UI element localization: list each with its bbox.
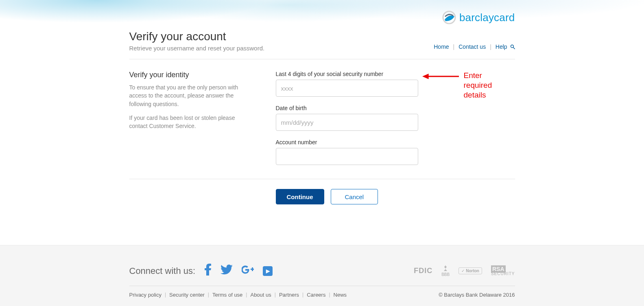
brand-name: barclaycard: [459, 11, 515, 24]
facebook-icon[interactable]: [204, 263, 212, 278]
verify-help-1: To ensure that you are the only person w…: [129, 83, 251, 108]
bbb-badge: BBB: [441, 265, 450, 277]
continue-button[interactable]: Continue: [276, 189, 324, 204]
ssn-label: Last 4 digits of your social security nu…: [276, 71, 418, 77]
dob-input[interactable]: [276, 114, 418, 131]
cancel-button[interactable]: Cancel: [331, 189, 378, 204]
footer-link-partners[interactable]: Partners: [279, 292, 299, 298]
page-subtitle: Retrieve your username and reset your pa…: [129, 45, 265, 52]
trust-badges: FDIC BBB ✓ Norton RSA SECURITY: [414, 265, 515, 277]
nav-help-label: Help: [496, 43, 507, 50]
svg-marker-4: [422, 74, 429, 79]
search-icon: [510, 44, 515, 50]
verify-title: Verify your identity: [129, 71, 251, 79]
nav-contact-link[interactable]: Contact us: [458, 43, 486, 50]
nav-home-link[interactable]: Home: [434, 43, 449, 50]
verify-help-2: If your card has been lost or stolen ple…: [129, 114, 251, 130]
rsa-badge: RSA SECURITY: [491, 266, 515, 276]
ssn-input[interactable]: [276, 80, 418, 97]
page-title: Verify your account: [129, 30, 265, 43]
nav-help-link[interactable]: Help: [496, 43, 515, 50]
brand-logo: barclaycard: [442, 11, 515, 24]
arrow-left-icon: [422, 72, 459, 81]
page-footer: Connect with us: ▶ FDIC BBB: [0, 245, 644, 306]
copyright-text: © Barclays Bank Delaware 2016: [439, 292, 515, 298]
footer-link-terms[interactable]: Terms of use: [212, 292, 242, 298]
fdic-badge: FDIC: [414, 267, 432, 275]
twitter-icon[interactable]: [220, 264, 233, 278]
nav-separator: |: [453, 43, 455, 50]
norton-badge: ✓ Norton: [458, 267, 482, 274]
svg-line-2: [513, 48, 515, 49]
footer-link-about[interactable]: About us: [250, 292, 271, 298]
footer-link-security[interactable]: Security center: [169, 292, 205, 298]
youtube-icon[interactable]: ▶: [263, 266, 273, 276]
dob-label: Date of birth: [276, 105, 418, 111]
top-nav: Home | Contact us | Help: [434, 43, 515, 52]
page-header: Verify your account Retrieve your userna…: [129, 30, 265, 52]
footer-links: Privacy policy| Security center| Terms o…: [129, 292, 347, 298]
barclaycard-emblem-icon: [442, 11, 456, 24]
account-label: Account number: [276, 139, 418, 145]
form-divider: [129, 179, 515, 179]
footer-link-news[interactable]: News: [334, 292, 347, 298]
connect-label: Connect with us:: [129, 266, 196, 276]
account-number-input[interactable]: [276, 148, 418, 165]
nav-separator: |: [490, 43, 491, 50]
annotation-text: Enter required details: [464, 71, 492, 100]
annotation-callout: Enter required details: [422, 71, 492, 100]
footer-link-privacy[interactable]: Privacy policy: [129, 292, 162, 298]
googleplus-icon[interactable]: [242, 264, 254, 278]
footer-link-careers[interactable]: Careers: [307, 292, 325, 298]
